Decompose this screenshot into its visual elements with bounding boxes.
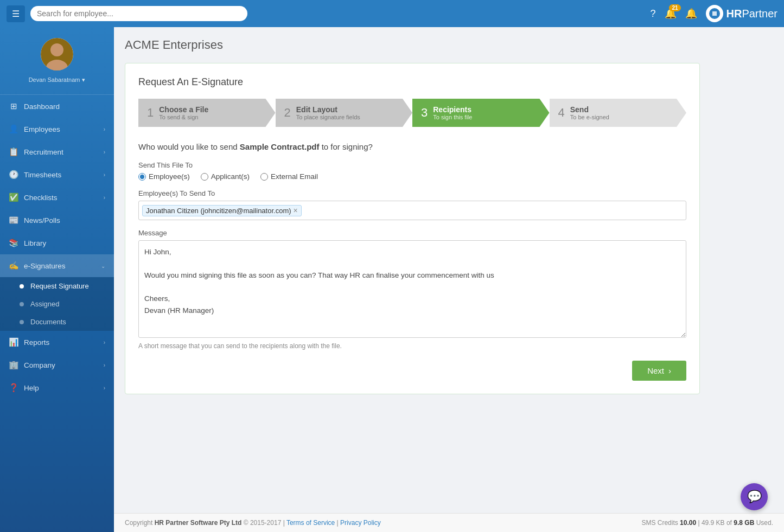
chat-button[interactable]: 💬 [741, 483, 768, 510]
tag-value: Jonathan Citizen (johncitizen@mailinator… [146, 207, 291, 215]
sidebar: Devan Sabaratnam ▾ ⊞ Dashboard 👤 Employe… [0, 27, 114, 532]
message-hint: A short message that you can send to the… [138, 342, 686, 350]
send-type-radio-group: Employee(s) Applicant(s) External Email [138, 172, 686, 181]
search-input[interactable] [30, 6, 247, 21]
sidebar-item-checklists[interactable]: ✅ Checklists › [0, 186, 114, 209]
footer-right: SMS Credits 10.00 | 49.9 KB of 9.8 GB Us… [641, 519, 773, 527]
sidebar-item-label: Library [24, 239, 46, 247]
checklists-icon: ✅ [9, 193, 18, 202]
menu-toggle-button[interactable]: ☰ [7, 5, 25, 22]
radio-employee[interactable]: Employee(s) [138, 172, 190, 181]
message-textarea[interactable]: Hi John, Would you mind signing this fil… [138, 240, 686, 338]
svg-point-2 [50, 43, 63, 56]
step-1-text: Choose a File To send & sign [159, 105, 208, 120]
sub-item-label: Assigned [30, 300, 59, 308]
notifications-button[interactable]: 🔔 21 [665, 8, 677, 20]
main-content: ACME Enterprises Request An E-Signature … [114, 27, 784, 532]
reports-icon: 📊 [9, 337, 18, 347]
chevron-right-icon: › [104, 172, 105, 178]
help-icon[interactable]: ? [651, 8, 656, 20]
dot-icon [20, 320, 24, 324]
recipient-tag: Jonathan Citizen (johncitizen@mailinator… [142, 205, 302, 216]
chevron-down-icon: ⌄ [101, 263, 105, 269]
step-1: 1 Choose a File To send & sign [138, 99, 276, 127]
next-label: Next [647, 366, 664, 375]
sidebar-item-label: Recruitment [24, 148, 63, 156]
step-2-inner: 2 Edit Layout To place signature fields [276, 99, 413, 127]
radio-external-label: External Email [271, 172, 318, 181]
employees-to-send-group: Employee(s) To Send To Jonathan Citizen … [138, 189, 686, 220]
sidebar-item-label: Reports [24, 338, 49, 347]
step-2-num: 2 [284, 106, 291, 120]
privacy-policy-link[interactable]: Privacy Policy [340, 519, 381, 527]
help-icon: ❓ [9, 383, 18, 393]
brand: HRPartner [706, 5, 777, 22]
next-button[interactable]: Next › [632, 361, 686, 381]
sidebar-item-employees[interactable]: 👤 Employees › [0, 118, 114, 140]
sidebar-item-label: Timesheets [24, 171, 61, 179]
topbar: ☰ ? 🔔 21 🔔 HRPartner [0, 0, 784, 27]
chevron-right-icon: › [104, 385, 105, 391]
sidebar-username[interactable]: Devan Sabaratnam ▾ [11, 75, 103, 84]
sidebar-item-documents[interactable]: Documents [0, 313, 114, 331]
radio-applicant-input[interactable] [201, 173, 208, 181]
timesheets-icon: 🕐 [9, 170, 18, 180]
step-1-num: 1 [147, 106, 154, 120]
employees-label: Employee(s) To Send To [138, 189, 686, 197]
sidebar-item-label: Help [24, 384, 39, 392]
step-2: 2 Edit Layout To place signature fields [276, 99, 413, 127]
step-3: 3 Recipients To sign this file [412, 99, 550, 127]
radio-external-input[interactable] [260, 173, 268, 181]
sidebar-item-label: Dashboard [24, 102, 60, 111]
footer: Copyright HR Partner Software Pty Ltd © … [114, 513, 784, 532]
dot-icon [20, 302, 24, 306]
esignatures-submenu: Request Signature Assigned Documents [0, 277, 114, 331]
sidebar-item-label: Company [24, 361, 55, 369]
step-3-num: 3 [421, 106, 428, 120]
sidebar-item-recruitment[interactable]: 📋 Recruitment › [0, 140, 114, 163]
step-1-sub: To send & sign [159, 114, 208, 120]
send-file-to-group: Send This File To Employee(s) Applicant(… [138, 161, 686, 181]
sidebar-item-timesheets[interactable]: 🕐 Timesheets › [0, 163, 114, 186]
radio-external[interactable]: External Email [260, 172, 318, 181]
step-2-text: Edit Layout To place signature fields [296, 105, 360, 120]
avatar [41, 38, 73, 70]
radio-applicant[interactable]: Applicant(s) [201, 172, 250, 181]
company-icon: 🏢 [9, 360, 18, 370]
tag-remove-button[interactable]: × [294, 207, 298, 214]
radio-employee-input[interactable] [138, 173, 146, 181]
sidebar-item-dashboard[interactable]: ⊞ Dashboard [0, 95, 114, 118]
sidebar-item-reports[interactable]: 📊 Reports › [0, 331, 114, 354]
step-2-sub: To place signature fields [296, 114, 360, 120]
tag-input[interactable]: Jonathan Citizen (johncitizen@mailinator… [138, 201, 686, 220]
layout: Devan Sabaratnam ▾ ⊞ Dashboard 👤 Employe… [0, 0, 784, 532]
sidebar-item-newspolls[interactable]: 📰 News/Polls [0, 209, 114, 232]
sidebar-item-assigned[interactable]: Assigned [0, 295, 114, 313]
radio-applicant-label: Applicant(s) [211, 172, 250, 181]
chevron-right-icon: › [104, 195, 105, 201]
sidebar-user[interactable]: Devan Sabaratnam ▾ [0, 27, 114, 95]
terms-of-service-link[interactable]: Terms of Service [286, 519, 335, 527]
notification-count: 21 [669, 4, 680, 11]
active-dot [20, 284, 24, 289]
sidebar-item-library[interactable]: 📚 Library [0, 232, 114, 254]
sidebar-item-company[interactable]: 🏢 Company › [0, 354, 114, 376]
footer-spacer [125, 394, 773, 427]
sub-item-label: Request Signature [30, 282, 89, 290]
sidebar-item-label: Checklists [24, 194, 58, 202]
sidebar-item-request-signature[interactable]: Request Signature [0, 277, 114, 295]
page-title: ACME Enterprises [125, 38, 773, 52]
card-title: Request An E-Signature [138, 76, 686, 88]
step-1-inner: 1 Choose a File To send & sign [138, 99, 276, 127]
sidebar-item-help[interactable]: ❓ Help › [0, 376, 114, 399]
library-icon: 📚 [9, 238, 18, 248]
chevron-right-icon: › [104, 149, 105, 155]
footer-left: Copyright HR Partner Software Pty Ltd © … [125, 519, 381, 527]
sub-item-label: Documents [30, 318, 66, 326]
user-menu-icon[interactable]: 🔔 [685, 8, 697, 20]
message-group: Message Hi John, Would you mind signing … [138, 229, 686, 350]
step-4-num: 4 [558, 106, 565, 120]
sidebar-item-esignatures[interactable]: ✍ e-Signatures ⌄ [0, 254, 114, 277]
esignatures-icon: ✍ [9, 261, 18, 271]
footer-company: HR Partner Software Pty Ltd [155, 519, 242, 527]
